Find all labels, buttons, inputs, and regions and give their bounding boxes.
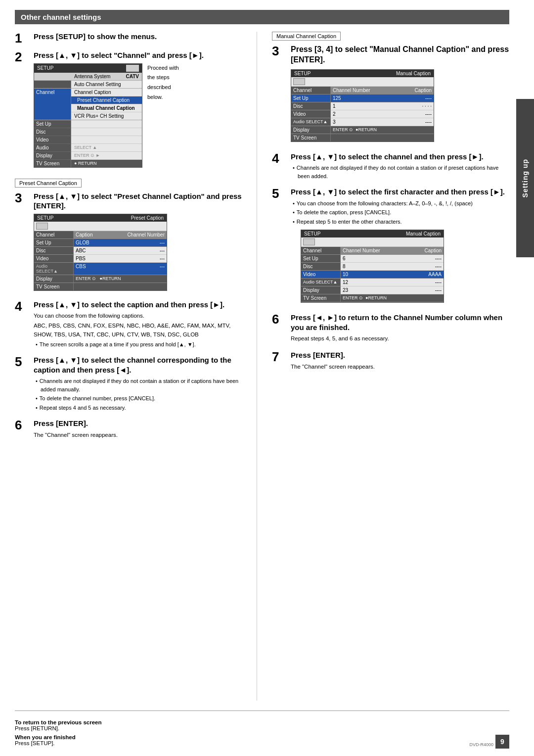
step-5-left-bullet1: Channels are not displayed if they do no… xyxy=(34,377,249,393)
step-3-left-number: 3 xyxy=(15,191,31,204)
step-5-right-bullet3: Repeat step 5 to enter the other charact… xyxy=(291,218,509,226)
tip2-body: Press [SETUP]. xyxy=(15,740,509,746)
step-5-left-bullet2: To delete the channel number, press [CAN… xyxy=(34,394,249,403)
antenna-label: Antenna System xyxy=(74,74,110,79)
tip1-label: To return to the previous screen xyxy=(15,719,102,725)
step-3-left: 3 Press [▲, ▼] to select "Preset Channel… xyxy=(15,191,249,294)
step-5-left: 5 Press [▲, ▼] to select the channel cor… xyxy=(15,355,249,413)
step-4-left-body2: ABC, PBS, CBS, CNN, FOX, ESPN, NBC, HBO,… xyxy=(34,322,249,339)
step-5-right: 5 Press [▲, ▼] to select the first chara… xyxy=(272,187,509,307)
step-2-number: 2 xyxy=(15,50,31,63)
step-6-right-title: Press [◄, ►] to return to the Channel Nu… xyxy=(291,313,509,332)
step-6-left-body: The "Channel" screen reappears. xyxy=(34,431,249,439)
step-6-left: 6 Press [ENTER]. The "Channel" screen re… xyxy=(15,419,249,441)
step-6-left-number: 6 xyxy=(15,419,31,431)
step-7-right: 7 Press [ENTER]. The "Channel" screen re… xyxy=(272,350,509,373)
step-5-right-bullet2: To delete the caption, press [CANCEL]. xyxy=(291,208,509,217)
setup-menu-header: SETUP xyxy=(37,65,53,71)
preset-table-header-left: SETUP xyxy=(37,215,53,221)
step-3-right-title: Press [3, 4] to select "Manual Channel C… xyxy=(291,45,509,65)
step-4-left: 4 Press [▲, ▼] to select the caption and… xyxy=(15,300,249,350)
auto-channel-setting: Auto Channel Setting xyxy=(74,82,121,87)
left-column: 1 Press [SETUP] to show the menus. 2 Pre… xyxy=(15,32,257,701)
step-5-left-bullet3: Repeat steps 4 and 5 as necessary. xyxy=(34,404,249,412)
right-column: Manual Channel Caption 3 Press [3, 4] to… xyxy=(267,32,509,701)
side-tab-label: Setting up xyxy=(521,159,529,197)
footer-tips: To return to the previous screen Press [… xyxy=(15,719,509,746)
step-7-right-number: 7 xyxy=(272,350,288,363)
step-4-right-bullet1: Channels are not displayed if they do no… xyxy=(291,164,509,180)
vcr-plus-item: VCR Plus+ CH Setting xyxy=(71,112,142,120)
dvd-label: DVD-R4000 xyxy=(469,742,493,747)
manual-channel-caption-label: Manual Channel Caption xyxy=(272,32,341,41)
channel-caption-item: Channel Caption xyxy=(71,89,142,96)
step-6-right-body: Repeat steps 4, 5, and 6 as necessary. xyxy=(291,334,509,343)
channel-menu-item: Channel xyxy=(34,89,71,120)
footer-divider xyxy=(15,710,509,711)
preset-table-header-right: Preset Caption xyxy=(131,215,164,221)
step-5-left-number: 5 xyxy=(15,355,31,368)
catv-value: CATV xyxy=(126,74,139,79)
step-1-number: 1 xyxy=(15,32,31,45)
step-3-right: 3 Press [3, 4] to select "Manual Channel… xyxy=(272,45,509,146)
step-4-left-body1: You can choose from the following captio… xyxy=(34,312,249,320)
step-4-left-bullet1: The screen scrolls a page at a time if y… xyxy=(34,340,249,349)
preset-channel-caption-item: Preset Channel Caption xyxy=(71,96,142,104)
step-4-left-number: 4 xyxy=(15,300,31,313)
step-5-right-title: Press [▲, ▼] to select the first charact… xyxy=(291,187,509,197)
step-2-title: Press [▲, ▼] to select "Channel" and pre… xyxy=(34,50,249,60)
step-5-right-bullet1: You can choose from the following charac… xyxy=(291,199,509,208)
section-header: Other channel settings xyxy=(15,10,509,24)
proceed-text: Proceed with the steps described below. xyxy=(147,63,179,102)
step-1: 1 Press [SETUP] to show the menus. xyxy=(15,32,249,45)
side-tab: Setting up xyxy=(516,99,534,257)
step-2: 2 Press [▲, ▼] to select "Channel" and p… xyxy=(15,50,249,168)
step-6-left-title: Press [ENTER]. xyxy=(34,419,249,428)
preset-channel-caption-label: Preset Channel Caption xyxy=(15,179,82,188)
step-7-right-body: The "Channel" screen reappears. xyxy=(291,363,509,371)
manual-channel-caption-item: Manual Channel Caption xyxy=(71,104,142,112)
step-3-left-title: Press [▲, ▼] to select "Preset Channel C… xyxy=(34,191,249,211)
tip2-label: When you are finished xyxy=(15,734,76,740)
preset-caption-table: SETUP Preset Caption Channel Caption xyxy=(34,214,167,291)
step-3-right-number: 3 xyxy=(272,45,288,57)
page-number: 9 xyxy=(495,735,509,749)
step-5-right-number: 5 xyxy=(272,187,288,200)
step-6-right-number: 6 xyxy=(272,313,288,326)
setup-menu-1: SETUP Ch Antenna System CATV xyxy=(34,63,142,168)
tip1-body: Press [RETURN]. xyxy=(15,725,509,731)
step-4-left-title: Press [▲, ▼] to select the caption and t… xyxy=(34,300,249,310)
manual-caption-table-top: SETUP Manual Caption Channel Channel Num… xyxy=(291,69,434,142)
step-5-left-title: Press [▲, ▼] to select the channel corre… xyxy=(34,355,249,375)
step-4-right: 4 Press [▲, ▼] to select the channel and… xyxy=(272,152,509,182)
manual-caption-table-bottom: SETUP Manual Caption Channel Channel Num… xyxy=(301,230,444,303)
step-4-right-number: 4 xyxy=(272,152,288,165)
step-1-title: Press [SETUP] to show the menus. xyxy=(34,32,249,42)
step-7-right-title: Press [ENTER]. xyxy=(291,350,509,360)
step-6-right: 6 Press [◄, ►] to return to the Channel … xyxy=(272,313,509,344)
step-4-right-title: Press [▲, ▼] to select the channel and t… xyxy=(291,152,509,162)
